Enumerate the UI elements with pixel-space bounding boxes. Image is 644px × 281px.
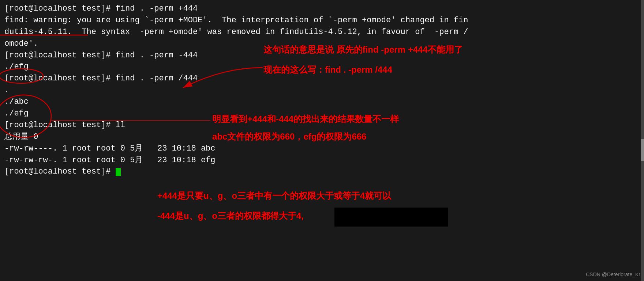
redaction-block: [334, 208, 448, 227]
terminal-content: [root@localhost test]# find . -perm +444…: [4, 3, 640, 178]
terminal: [root@localhost test]# find . -perm +444…: [0, 0, 644, 281]
scrollbar-thumb[interactable]: [641, 139, 644, 161]
watermark: CSDN @Deteriorate_Kr: [586, 271, 640, 277]
terminal-cursor: [116, 168, 121, 176]
scrollbar[interactable]: [641, 0, 644, 281]
